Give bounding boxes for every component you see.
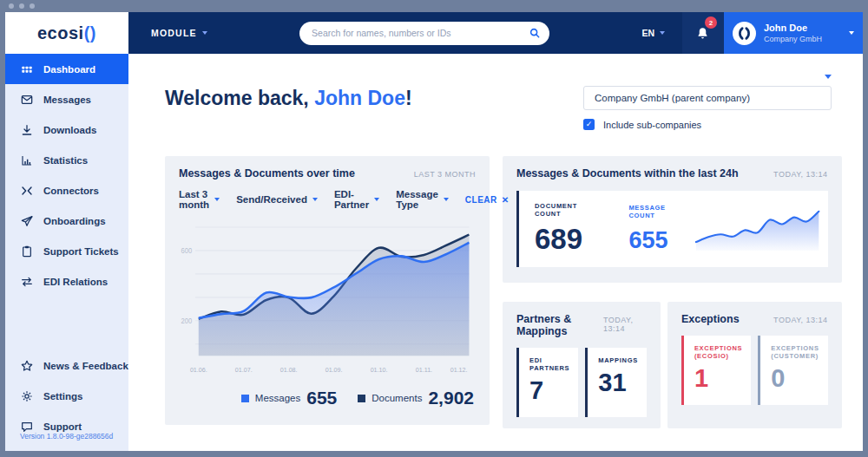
document-count-metric: DOCUMENT COUNT 689 bbox=[535, 202, 604, 256]
card-partners-mappings: Partners & Mappings TODAY, 13:14 EDI PAR… bbox=[503, 302, 661, 428]
sidebar-item-onboardings[interactable]: Onboardings bbox=[5, 206, 128, 236]
svg-text:01.10.: 01.10. bbox=[371, 365, 388, 374]
sidebar-item-news-feedback[interactable]: News & Feedback bbox=[5, 350, 128, 381]
search-icon[interactable] bbox=[529, 27, 541, 39]
legend-label: Messages bbox=[255, 393, 300, 403]
version-label: Version 1.8.0-98-ge288656d bbox=[20, 432, 113, 441]
notifications-button[interactable]: 2 bbox=[682, 12, 724, 54]
card-timestamp: TODAY, 13:14 bbox=[603, 316, 647, 333]
download-icon bbox=[20, 123, 34, 137]
filter-label: Send/Received bbox=[236, 194, 307, 205]
filter-timerange[interactable]: Last 3 month bbox=[179, 189, 220, 210]
sidebar-item-messages[interactable]: Messages bbox=[5, 84, 128, 114]
chevron-down-icon bbox=[214, 198, 220, 201]
sidebar-item-edi-relations[interactable]: EDI Relations bbox=[5, 266, 128, 297]
clear-label: CLEAR bbox=[465, 195, 497, 205]
exceptions-ecosio-metric: EXCEPTIONS (ECOSIO) 1 bbox=[681, 336, 751, 405]
filter-edi-partner[interactable]: EDI-Partner bbox=[334, 189, 379, 210]
edi-partners-metric: EDI PARTNERS 7 bbox=[516, 348, 578, 417]
chart-legend: Messages 655 Documents 2,902 bbox=[179, 386, 476, 414]
ecosio-logo[interactable]: ecosi() bbox=[5, 12, 128, 54]
gear-icon bbox=[20, 389, 34, 403]
last-24h-sparkline bbox=[693, 201, 822, 257]
clear-filters-button[interactable]: CLEAR✕ bbox=[465, 195, 510, 205]
chevron-down-icon bbox=[202, 31, 207, 35]
sidebar-item-downloads[interactable]: Downloads bbox=[5, 114, 128, 145]
welcome-prefix: Welcome back, bbox=[165, 87, 314, 109]
filter-message-type[interactable]: Message Type bbox=[396, 189, 449, 210]
metric-value: 689 bbox=[535, 223, 604, 256]
user-company: Company GmbH bbox=[764, 35, 847, 43]
documents-swatch-icon bbox=[358, 395, 365, 402]
sidebar-item-settings[interactable]: Settings bbox=[5, 381, 128, 411]
card-exceptions: Exceptions TODAY, 13:14 EXCEPTIONS (ECOS… bbox=[667, 302, 842, 428]
svg-text:01.11.: 01.11. bbox=[416, 365, 432, 374]
metric-value: 31 bbox=[598, 369, 638, 397]
window-dot[interactable] bbox=[19, 3, 24, 9]
sidebar-item-connectors[interactable]: Connectors bbox=[5, 175, 128, 206]
legend-value: 655 bbox=[306, 388, 337, 408]
chart-filter-row: Last 3 month Send/Received EDI-Partner M… bbox=[179, 189, 476, 210]
card-title: Partners & Mappings bbox=[516, 313, 603, 337]
message-count-metric: MESSAGE COUNT 655 bbox=[628, 204, 693, 254]
chevron-down-icon bbox=[312, 198, 318, 201]
metric-label: MAPPINGS bbox=[598, 356, 638, 364]
star-icon bbox=[20, 359, 34, 373]
envelope-icon bbox=[20, 93, 34, 107]
sidebar-item-label: Onboardings bbox=[43, 216, 106, 226]
svg-text:01.07.: 01.07. bbox=[235, 365, 253, 374]
company-panel-collapse-caret[interactable] bbox=[825, 75, 832, 79]
filter-label: Last 3 month bbox=[179, 189, 209, 210]
sidebar-item-support-tickets[interactable]: Support Tickets bbox=[5, 236, 128, 266]
company-select-value: Company GmbH (parent company) bbox=[595, 93, 750, 103]
notification-badge: 2 bbox=[705, 16, 717, 29]
chevron-down-icon bbox=[444, 198, 449, 201]
sidebar-item-label: News & Feedback bbox=[43, 361, 128, 371]
company-select[interactable]: Company GmbH (parent company) bbox=[583, 86, 832, 110]
svg-text:600: 600 bbox=[181, 247, 193, 256]
metric-label: EDI PARTNERS bbox=[529, 356, 569, 372]
sidebar-item-label: Downloads bbox=[43, 125, 96, 135]
language-selector[interactable]: EN bbox=[641, 28, 665, 38]
legend-documents: Documents 2,902 bbox=[358, 388, 474, 408]
metric-label: MESSAGE COUNT bbox=[628, 204, 693, 219]
sidebar-item-label: Support bbox=[43, 421, 82, 432]
module-label: MODULE bbox=[151, 28, 197, 38]
window-dot[interactable] bbox=[9, 3, 14, 9]
metric-label: EXCEPTIONS (ECOSIO) bbox=[694, 344, 742, 360]
card-title: Messages & Documents within the last 24h bbox=[516, 167, 739, 180]
bar-chart-icon bbox=[20, 153, 34, 167]
svg-text:01.12.: 01.12. bbox=[450, 365, 468, 374]
sidebar-item-label: Support Tickets bbox=[43, 246, 119, 257]
arrows-swap-icon bbox=[20, 275, 34, 289]
exceptions-customer-metric: EXCEPTIONS (CUSTOMER) 0 bbox=[758, 336, 827, 405]
card-title: Exceptions bbox=[681, 313, 740, 325]
card-last-24h: Messages & Documents within the last 24h… bbox=[503, 156, 842, 283]
main-content: Welcome back, John Doe! Company GmbH (pa… bbox=[128, 54, 863, 451]
module-menu[interactable]: MODULE bbox=[151, 28, 207, 38]
filter-label: Message Type bbox=[396, 189, 438, 210]
svg-text:01.06.: 01.06. bbox=[190, 365, 207, 374]
user-menu[interactable]: John Doe Company GmbH bbox=[724, 12, 863, 54]
metric-value: 0 bbox=[771, 364, 819, 393]
last-24h-metrics-panel: DOCUMENT COUNT 689 MESSAGE COUNT 655 bbox=[516, 191, 828, 267]
ticket-icon bbox=[20, 245, 34, 258]
include-sub-companies-checkbox[interactable]: ✓ bbox=[583, 119, 595, 130]
metric-label: DOCUMENT COUNT bbox=[535, 202, 604, 218]
filter-label: EDI-Partner bbox=[334, 189, 369, 210]
sidebar-item-statistics[interactable]: Statistics bbox=[5, 145, 128, 175]
metric-label: EXCEPTIONS (CUSTOMER) bbox=[771, 344, 819, 360]
sidebar-item-label: Statistics bbox=[43, 155, 88, 166]
browser-frame: ecosi() MODULE EN 2 bbox=[0, 0, 868, 457]
card-title: Messages & Documents over time bbox=[179, 167, 355, 180]
sidebar-item-label: Dashboard bbox=[43, 64, 95, 75]
card-timestamp: TODAY, 13:14 bbox=[773, 316, 828, 324]
language-label: EN bbox=[641, 28, 654, 38]
legend-messages: Messages 655 bbox=[241, 388, 337, 408]
metric-value: 655 bbox=[628, 227, 693, 254]
sidebar-item-dashboard[interactable]: Dashboard bbox=[5, 54, 128, 84]
sidebar-item-label: Connectors bbox=[43, 186, 99, 196]
window-dot[interactable] bbox=[30, 3, 35, 9]
search-input[interactable] bbox=[312, 28, 529, 38]
filter-send-received[interactable]: Send/Received bbox=[236, 194, 318, 205]
